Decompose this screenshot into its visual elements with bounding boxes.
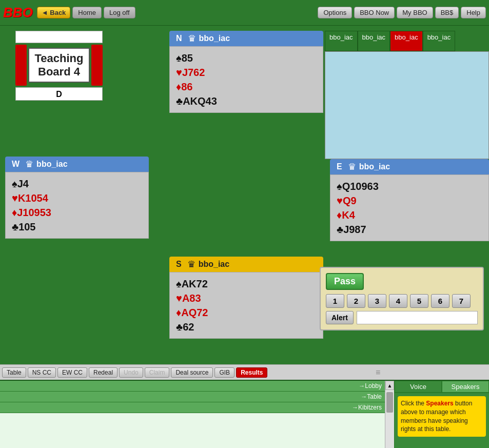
west-crown-icon: ♛ (25, 159, 33, 170)
west-header: W ♛ bbo_iac (5, 157, 149, 172)
bbo-now-button[interactable]: BBO Now (354, 7, 395, 18)
north-hand: ♠85 ♥J762 ♦86 ♣AKQ43 (169, 46, 323, 113)
voice-message: Click the Speakers button above to manag… (398, 396, 486, 437)
table-nav[interactable]: →Table (0, 392, 385, 402)
east-diamonds: ♦K4 (337, 208, 482, 222)
drag-handle: ≡ (269, 368, 487, 377)
south-hearts: ♥A83 (176, 291, 317, 305)
bid-6[interactable]: 6 (431, 294, 449, 308)
south-crown-icon: ♛ (187, 259, 195, 270)
dealer-box: D (15, 87, 103, 101)
voice-panel: Voice Speakers Click the Speakers button… (394, 381, 489, 448)
west-name: bbo_iac (36, 160, 67, 169)
back-button[interactable]: ◄ Back (37, 7, 71, 18)
scroll-track (385, 390, 394, 448)
west-direction: W (9, 159, 22, 169)
east-hand: ♠Q10963 ♥Q9 ♦K4 ♣J987 (330, 174, 489, 241)
pass-button[interactable]: Pass (326, 273, 364, 290)
lobby-nav[interactable]: →Lobby (0, 381, 385, 392)
south-name: bbo_iac (199, 260, 229, 269)
tab-3[interactable]: bbo_iac (390, 31, 423, 51)
south-panel: S ♛ bbo_iac ♠AK72 ♥A83 ♦AQ72 ♣62 (169, 257, 323, 339)
north-hearts: ♥J762 (176, 65, 317, 80)
speakers-tab[interactable]: Speakers (442, 381, 489, 393)
help-button[interactable]: Help (461, 7, 486, 18)
game-area: Teaching Board 4 D bbo_iac bbo_iac bbo_i… (0, 26, 489, 364)
tab-4[interactable]: bbo_iac (423, 31, 456, 51)
west-clubs: ♣105 (12, 220, 142, 234)
kibitzers-nav[interactable]: →Kibitzers (0, 402, 385, 413)
north-diamonds: ♦86 (176, 80, 317, 94)
teaching-board: Teaching Board 4 D (5, 31, 113, 101)
north-clubs: ♣AKQ43 (176, 94, 317, 108)
board-title: Teaching Board 4 (28, 48, 90, 83)
bottom-panel: →Lobby →Table →Kibitzers ▲ ▼ Voice Speak… (0, 380, 489, 448)
west-hand: ♠J4 ♥K1054 ♦J10953 ♣105 (5, 172, 149, 239)
alert-input[interactable] (357, 311, 478, 324)
north-spades: ♠85 (176, 51, 317, 65)
east-hearts: ♥Q9 (337, 193, 482, 208)
east-clubs: ♣J987 (337, 222, 482, 237)
north-header: N ♛ bbo_iac (169, 31, 323, 46)
logoff-button[interactable]: Log off (104, 7, 135, 18)
west-hearts: ♥K1054 (12, 191, 142, 205)
tab-1[interactable]: bbo_iac (325, 31, 358, 51)
voice-header: Voice Speakers (395, 381, 489, 393)
gib-button[interactable]: GIB (214, 367, 234, 378)
board-main: Teaching Board 4 (15, 45, 103, 86)
options-button[interactable]: Options (318, 7, 352, 18)
south-direction: S (173, 259, 184, 269)
bid-1[interactable]: 1 (326, 294, 344, 308)
top-right-tabs: bbo_iac bbo_iac bbo_iac bbo_iac (325, 31, 489, 51)
ns-cc-button[interactable]: NS CC (28, 367, 56, 378)
north-crown-icon: ♛ (188, 33, 196, 44)
bbo-logo: BBO (3, 5, 33, 21)
south-header: S ♛ bbo_iac (169, 257, 323, 272)
claim-button[interactable]: Claim (145, 367, 170, 378)
bid-4[interactable]: 4 (389, 294, 407, 308)
east-crown-icon: ♛ (348, 161, 356, 172)
top-right-content (325, 51, 489, 159)
board-input-top[interactable] (15, 31, 103, 43)
my-bbo-button[interactable]: My BBO (397, 7, 433, 18)
scroll-up-button[interactable]: ▲ (385, 381, 394, 390)
chat-area: →Lobby →Table →Kibitzers (0, 381, 385, 448)
alert-row: Alert (326, 311, 478, 324)
board-left-bar (15, 45, 27, 86)
east-direction: E (334, 162, 345, 172)
undo-button[interactable]: Undo (119, 367, 143, 378)
bbs-button[interactable]: BB$ (435, 7, 459, 18)
south-diamonds: ♦AQ72 (176, 305, 317, 320)
chat-content (0, 413, 385, 448)
north-panel: N ♛ bbo_iac ♠85 ♥J762 ♦86 ♣AKQ43 (169, 31, 323, 113)
voice-tab[interactable]: Voice (395, 381, 442, 393)
east-header: E ♛ bbo_iac (330, 159, 489, 174)
west-spades: ♠J4 (12, 177, 142, 191)
scroll-thumb (386, 392, 393, 413)
alert-button[interactable]: Alert (326, 311, 354, 324)
bidding-box: Pass 1 2 3 4 5 6 7 Alert (320, 267, 484, 330)
speakers-link[interactable]: Speakers (426, 400, 453, 407)
topbar: BBO ◄ Back Home Log off Options BBO Now … (0, 0, 489, 26)
toolbar: Table NS CC EW CC Redeal Undo Claim Deal… (0, 364, 489, 380)
tab-2[interactable]: bbo_iac (358, 31, 390, 51)
bid-3[interactable]: 3 (368, 294, 386, 308)
south-clubs: ♣62 (176, 320, 317, 334)
scrollbar[interactable]: ▲ ▼ (385, 381, 394, 448)
west-diamonds: ♦J10953 (12, 205, 142, 220)
south-hand: ♠AK72 ♥A83 ♦AQ72 ♣62 (169, 272, 323, 339)
home-button[interactable]: Home (72, 7, 102, 18)
east-panel: E ♛ bbo_iac ♠Q10963 ♥Q9 ♦K4 ♣J987 (330, 159, 489, 241)
west-panel: W ♛ bbo_iac ♠J4 ♥K1054 ♦J10953 ♣105 (5, 157, 149, 239)
results-button[interactable]: Results (236, 367, 267, 378)
board-right-bar (91, 45, 103, 86)
ew-cc-button[interactable]: EW CC (57, 367, 87, 378)
deal-source-button[interactable]: Deal source (171, 367, 213, 378)
redeal-button[interactable]: Redeal (89, 367, 118, 378)
table-button[interactable]: Table (2, 367, 26, 378)
north-direction: N (173, 33, 185, 44)
south-spades: ♠AK72 (176, 277, 317, 291)
bid-2[interactable]: 2 (347, 294, 365, 308)
bid-5[interactable]: 5 (410, 294, 428, 308)
bid-7[interactable]: 7 (452, 294, 471, 308)
